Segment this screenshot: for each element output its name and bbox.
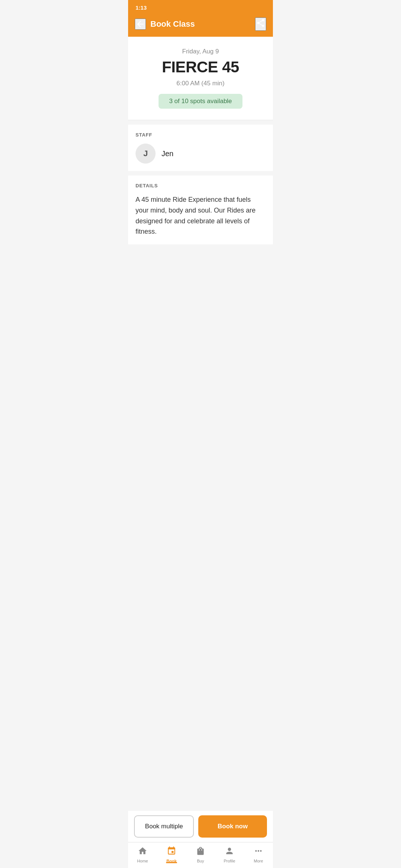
header-title: Book Class [150, 19, 195, 29]
staff-row: J Jen [136, 144, 265, 164]
book-icon [167, 846, 176, 857]
staff-section: STAFF J Jen [128, 125, 273, 171]
nav-label-more: More [254, 859, 263, 863]
back-button[interactable] [135, 19, 146, 30]
nav-label-home: Home [137, 859, 148, 863]
details-description: A 45 minute Ride Experience that fuels y… [136, 194, 265, 237]
more-icon [254, 846, 263, 857]
nav-item-book[interactable]: Book [157, 846, 186, 863]
nav-active-indicator [166, 862, 177, 863]
staff-section-title: STAFF [136, 132, 265, 138]
header-left: Book Class [135, 19, 195, 30]
bottom-navigation: Home Book Buy Profile [128, 842, 273, 868]
class-info-section: Friday, Aug 9 FIERCE 45 6:00 AM (45 min)… [128, 37, 273, 120]
nav-item-more[interactable]: More [244, 846, 273, 863]
staff-name: Jen [162, 149, 173, 158]
status-time: 1:13 [136, 4, 147, 11]
profile-icon [225, 846, 234, 857]
class-name: FIERCE 45 [136, 58, 265, 76]
details-section: DETAILS A 45 minute Ride Experience that… [128, 175, 273, 244]
status-bar: 1:13 [128, 0, 273, 14]
nav-label-profile: Profile [224, 859, 235, 863]
book-now-button[interactable]: Book now [198, 815, 267, 838]
content-spacer [128, 244, 273, 319]
nav-label-buy: Buy [197, 859, 204, 863]
spots-available-badge: 3 of 10 spots available [159, 94, 242, 109]
class-date: Friday, Aug 9 [136, 48, 265, 55]
buy-icon [196, 846, 205, 857]
details-section-title: DETAILS [136, 183, 265, 188]
nav-item-home[interactable]: Home [128, 846, 157, 863]
staff-avatar: J [136, 144, 156, 164]
nav-item-profile[interactable]: Profile [215, 846, 244, 863]
home-icon [138, 846, 147, 857]
class-time: 6:00 AM (45 min) [136, 80, 265, 87]
share-button[interactable] [255, 17, 266, 31]
staff-avatar-initial: J [143, 149, 148, 158]
nav-item-buy[interactable]: Buy [186, 846, 215, 863]
app-header: Book Class [128, 14, 273, 37]
book-multiple-button[interactable]: Book multiple [134, 815, 194, 838]
action-buttons-container: Book multiple Book now [128, 811, 273, 842]
